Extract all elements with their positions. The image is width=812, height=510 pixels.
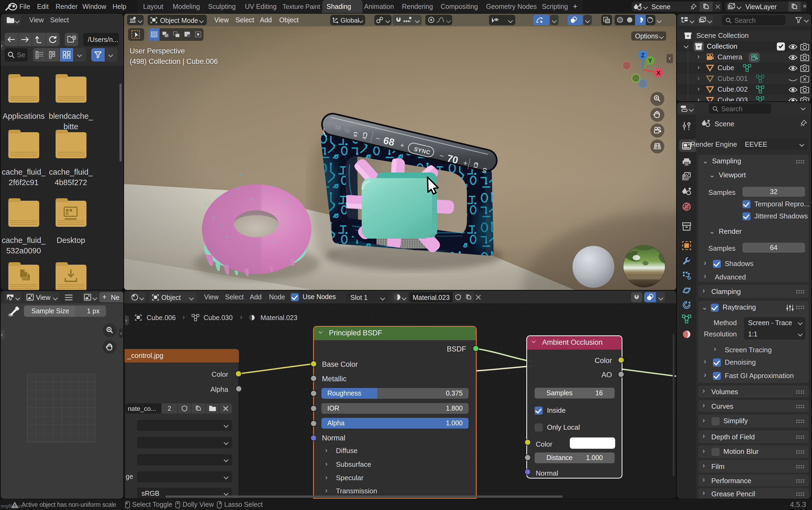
svg-text:Y: Y — [648, 57, 652, 64]
svg-text:Z: Z — [641, 52, 644, 59]
svg-text:X: X — [657, 69, 661, 76]
